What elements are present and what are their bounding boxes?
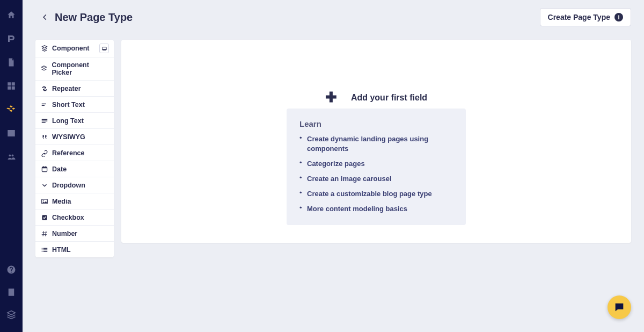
field-type-short-text[interactable]: Short Text — [35, 97, 114, 113]
nav-help-icon[interactable] — [6, 264, 17, 275]
add-first-field-button[interactable]: ✚ Add your first field — [325, 89, 427, 106]
svg-rect-18 — [41, 251, 42, 251]
long-text-icon — [40, 117, 48, 125]
main-canvas: ✚ Add your first field Learn Create dyna… — [121, 40, 631, 243]
layers-icon — [40, 45, 48, 53]
hash-icon — [40, 229, 48, 237]
svg-rect-15 — [43, 248, 47, 248]
quote-icon — [40, 133, 48, 141]
list-icon — [40, 246, 48, 254]
nav-media-icon[interactable] — [6, 128, 17, 139]
field-type-number[interactable]: Number — [35, 226, 114, 242]
repeat-icon — [40, 84, 48, 92]
field-label: Long Text — [52, 117, 84, 125]
nav-rail — [0, 0, 23, 332]
field-label: Date — [52, 165, 67, 173]
field-label: Dropdown — [52, 182, 85, 189]
svg-rect-1 — [102, 49, 106, 50]
learn-title: Learn — [299, 119, 453, 128]
svg-rect-14 — [41, 248, 42, 248]
field-label: Reference — [52, 149, 84, 157]
field-label: Component Picker — [52, 61, 109, 76]
field-type-long-text[interactable]: Long Text — [35, 113, 114, 129]
chat-button[interactable] — [608, 295, 631, 319]
field-label: Media — [52, 198, 71, 205]
field-label: HTML — [52, 246, 71, 254]
create-button-label: Create Page Type — [548, 13, 610, 21]
learn-link[interactable]: More content modeling basics — [307, 205, 407, 213]
nav-home-icon[interactable] — [6, 10, 17, 20]
nav-layers-icon[interactable] — [6, 309, 17, 320]
field-type-html[interactable]: HTML — [35, 242, 114, 257]
field-label: WYSIWYG — [52, 133, 85, 141]
svg-rect-17 — [43, 249, 47, 250]
nav-users-icon[interactable] — [6, 151, 17, 162]
field-type-checkbox[interactable]: Checkbox — [35, 210, 114, 226]
field-type-date[interactable]: Date — [35, 161, 114, 177]
svg-rect-6 — [41, 122, 45, 122]
learn-link[interactable]: Create an image carousel — [307, 175, 392, 183]
svg-rect-8 — [42, 167, 47, 168]
learn-link[interactable]: Create dynamic landing pages using compo… — [307, 135, 428, 153]
learn-link[interactable]: Categorize pages — [307, 160, 365, 168]
nav-grid-icon[interactable] — [6, 81, 17, 91]
field-type-wysiwyg[interactable]: WYSIWYG — [35, 129, 114, 145]
field-type-reference[interactable]: Reference — [35, 145, 114, 161]
info-icon: i — [614, 13, 623, 21]
field-label: Number — [52, 230, 77, 237]
svg-rect-16 — [41, 249, 42, 250]
collapse-toggle-icon[interactable] — [99, 44, 109, 53]
field-label: Component — [52, 45, 89, 52]
field-type-component-picker[interactable]: Component Picker — [35, 57, 114, 81]
svg-rect-19 — [43, 251, 47, 251]
field-label: Checkbox — [52, 214, 84, 221]
nav-docs-icon[interactable] — [6, 287, 17, 298]
field-type-media[interactable]: Media — [35, 193, 114, 210]
layers-picker-icon — [40, 65, 48, 73]
back-button[interactable] — [39, 11, 52, 24]
svg-rect-2 — [41, 103, 46, 104]
svg-point-12 — [43, 200, 44, 201]
page-header: New Page Type Create Page Type i — [23, 0, 644, 34]
image-icon — [40, 197, 48, 205]
chevron-down-icon — [40, 181, 48, 189]
learn-links-list: Create dynamic landing pages using compo… — [299, 134, 453, 213]
plus-icon: ✚ — [325, 89, 337, 106]
nav-components-icon[interactable] — [6, 104, 17, 115]
nav-pages-icon[interactable] — [6, 57, 17, 68]
create-page-type-button[interactable]: Create Page Type i — [540, 8, 631, 26]
learn-link[interactable]: Create a customizable blog page type — [307, 190, 432, 198]
svg-rect-4 — [41, 119, 47, 119]
svg-rect-3 — [41, 105, 44, 105]
page-title: New Page Type — [55, 11, 133, 24]
svg-rect-5 — [41, 120, 47, 121]
field-label: Repeater — [52, 85, 81, 92]
learn-panel: Learn Create dynamic landing pages using… — [287, 109, 466, 225]
nav-blog-icon[interactable] — [6, 33, 17, 44]
field-type-component[interactable]: Component — [35, 40, 114, 57]
checkbox-icon — [40, 213, 48, 221]
field-type-repeater[interactable]: Repeater — [35, 81, 114, 97]
field-type-dropdown[interactable]: Dropdown — [35, 177, 114, 193]
field-label: Short Text — [52, 101, 85, 109]
content-area: Component Component Picker Repeater Shor… — [23, 34, 644, 332]
field-types-panel: Component Component Picker Repeater Shor… — [35, 40, 114, 257]
link-icon — [40, 149, 48, 157]
calendar-icon — [40, 165, 48, 173]
svg-rect-10 — [45, 166, 46, 168]
add-first-label: Add your first field — [351, 93, 427, 103]
short-text-icon — [40, 100, 48, 109]
svg-rect-9 — [43, 166, 43, 168]
